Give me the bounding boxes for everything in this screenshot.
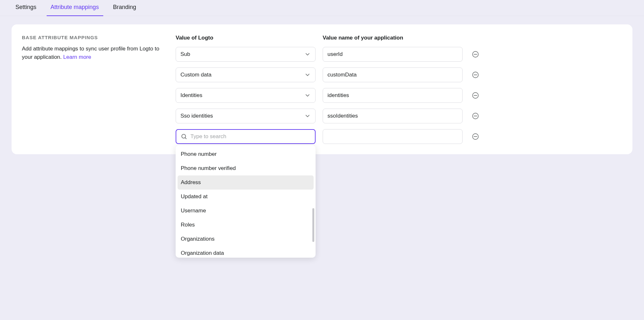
select-value: Custom data — [180, 72, 211, 78]
dropdown-option[interactable]: Updated at — [178, 190, 314, 204]
tab-settings[interactable]: Settings — [12, 0, 41, 16]
section-description: Add attribute mappings to sync user prof… — [22, 45, 160, 61]
logto-value-select[interactable]: Sub — [176, 47, 316, 62]
app-value-input[interactable] — [323, 109, 463, 123]
chevron-down-icon — [304, 92, 311, 99]
tab-attribute-mappings[interactable]: Attribute mappings — [47, 0, 103, 16]
dropdown-option[interactable]: Username — [178, 204, 314, 218]
minus-circle-icon — [472, 51, 479, 58]
logto-value-select[interactable]: Sso identities — [176, 109, 316, 123]
tabs: Settings Attribute mappings Branding — [0, 0, 644, 16]
dropdown-option[interactable]: Organization data — [178, 246, 314, 258]
remove-row-button[interactable] — [472, 71, 479, 79]
select-value: Sso identities — [180, 113, 213, 119]
svg-line-9 — [185, 138, 187, 139]
remove-row-button[interactable] — [472, 133, 479, 140]
minus-circle-icon — [472, 112, 479, 120]
column-header-app: Value name of your application — [323, 35, 463, 41]
logto-value-select[interactable]: Identities — [176, 88, 316, 103]
search-input[interactable] — [190, 133, 310, 140]
app-value-input[interactable] — [323, 88, 463, 103]
minus-circle-icon — [472, 92, 479, 99]
remove-row-button[interactable] — [472, 92, 479, 99]
remove-row-button[interactable] — [472, 50, 479, 58]
scrollbar-thumb[interactable] — [312, 208, 314, 242]
dropdown-option[interactable]: Phone number — [178, 147, 314, 161]
section-title: Base attribute mappings — [22, 35, 160, 40]
minus-circle-icon — [472, 71, 479, 78]
chevron-down-icon — [304, 72, 311, 78]
logto-value-search[interactable] — [176, 129, 316, 144]
dropdown-option[interactable]: Organizations — [178, 232, 314, 246]
search-icon — [181, 133, 187, 140]
app-value-input[interactable] — [323, 129, 463, 144]
minus-circle-icon — [472, 133, 479, 140]
app-value-input[interactable] — [323, 67, 463, 82]
dropdown-option[interactable]: Address — [178, 175, 314, 190]
learn-more-link[interactable]: Learn more — [63, 54, 91, 60]
remove-row-button[interactable] — [472, 112, 479, 120]
column-header-logto: Value of Logto — [176, 35, 316, 41]
select-value: Sub — [180, 51, 190, 58]
select-value: Identities — [180, 92, 202, 99]
attribute-mappings-panel: Base attribute mappings Add attribute ma… — [12, 24, 632, 154]
dropdown-option[interactable]: Roles — [178, 218, 314, 232]
app-value-input[interactable] — [323, 47, 463, 62]
logto-value-select[interactable]: Custom data — [176, 67, 316, 82]
chevron-down-icon — [304, 113, 311, 119]
search-dropdown: Phone number Phone number verified Addre… — [176, 145, 316, 258]
tab-branding[interactable]: Branding — [109, 0, 141, 16]
chevron-down-icon — [304, 51, 311, 58]
dropdown-option[interactable]: Phone number verified — [178, 161, 314, 175]
